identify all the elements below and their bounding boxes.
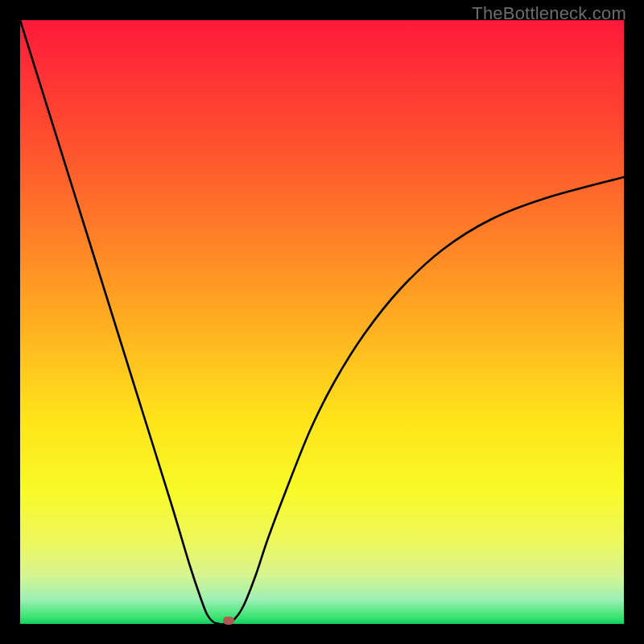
chart-frame: TheBottleneck.com xyxy=(0,0,644,644)
optimum-marker xyxy=(223,617,234,625)
plot-area xyxy=(20,20,624,624)
bottleneck-curve xyxy=(20,20,624,624)
